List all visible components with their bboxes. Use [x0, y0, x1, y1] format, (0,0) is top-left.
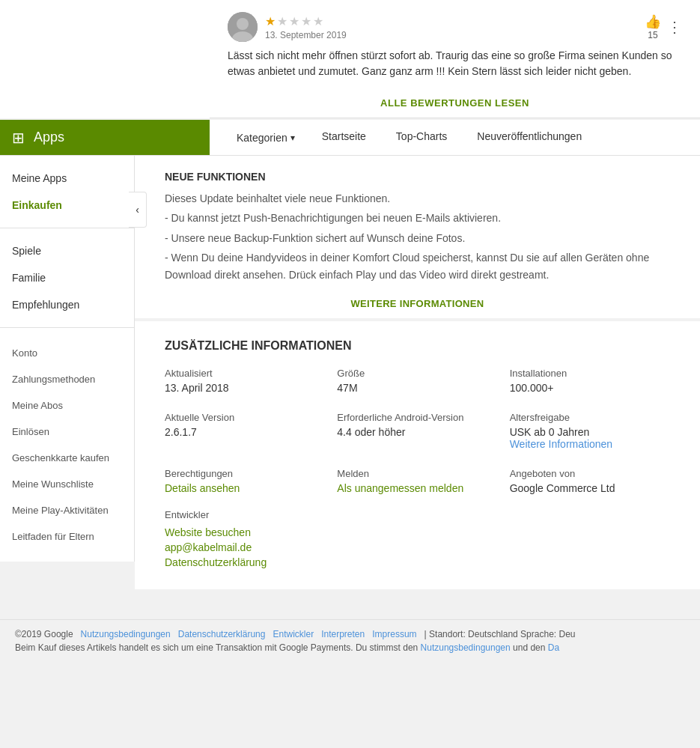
groesse-value: 47M — [337, 382, 497, 394]
entwickler-label: Entwickler — [165, 509, 670, 520]
neue-funktionen-title: NEUE FUNKTIONEN — [165, 171, 670, 183]
sidebar-collapse-button[interactable]: ‹ — [129, 192, 147, 228]
info-berechtigungen: Berechtigungen Details ansehen — [165, 468, 325, 494]
navbar-right: Kategorien ▾ Startseite Top-Charts Neuve… — [210, 120, 700, 155]
main-content: NEUE FUNKTIONEN Dieses Update beinhaltet… — [135, 156, 700, 589]
info-version: Aktuelle Version 2.6.1.7 — [165, 412, 325, 450]
footer-line2-link1[interactable]: Nutzungsbedingungen — [421, 642, 511, 653]
groesse-label: Größe — [337, 368, 497, 379]
footer-copyright: ©2019 Google — [15, 629, 73, 639]
review-meta: ★ ★ ★ ★ ★ 13. September 2019 — [265, 14, 637, 40]
sidebar-item-meine-abos[interactable]: Meine Abos — [0, 392, 134, 419]
neue-funktionen-text2: - Du kannst jetzt Push-Benachrichtigunge… — [165, 210, 670, 226]
melden-label: Melden — [337, 468, 497, 479]
tab-startseite-label: Startseite — [322, 130, 366, 142]
avatar — [228, 12, 258, 42]
sidebar-section-bottom: Konto Zahlungsmethoden Meine Abos Einlös… — [0, 334, 134, 556]
review-text: Lässt sich nicht mehr öffnen stürzt sofo… — [228, 48, 682, 79]
melden-link[interactable]: Als unangemessen melden — [337, 482, 497, 494]
sidebar-item-spiele[interactable]: Spiele — [0, 237, 134, 264]
review-header: ★ ★ ★ ★ ★ 13. September 2019 👍 15 ⋮ — [228, 12, 682, 42]
more-options-icon[interactable]: ⋮ — [667, 18, 682, 36]
sidebar-item-einloesen[interactable]: Einlösen — [0, 419, 134, 445]
read-all-reviews-link[interactable]: ALLE BEWERTUNGEN LESEN — [228, 88, 682, 118]
footer-link-interpreten[interactable]: Interpreten — [321, 629, 365, 639]
navbar: ⊞ Apps Kategorien ▾ Startseite Top-Chart… — [0, 120, 700, 156]
thumbs-up-icon: 👍 — [645, 13, 661, 30]
datenschutz-link[interactable]: Datenschutzerklärung — [165, 556, 670, 568]
sidebar-item-play-aktivitaeten[interactable]: Meine Play-Aktivitäten — [0, 497, 134, 523]
sidebar-divider-2 — [0, 327, 134, 328]
chevron-left-icon: ‹ — [136, 204, 139, 216]
footer-line1: ©2019 Google Nutzungsbedingungen Datensc… — [15, 629, 685, 639]
review-section: ★ ★ ★ ★ ★ 13. September 2019 👍 15 ⋮ Läss… — [0, 0, 700, 118]
sidebar-item-wunschliste[interactable]: Meine Wunschliste — [0, 471, 134, 497]
tab-startseite[interactable]: Startseite — [307, 120, 381, 155]
thumbs-count: 15 — [648, 30, 657, 40]
angeboten-value: Google Commerce Ltd — [510, 482, 670, 494]
weitere-informationen-link[interactable]: WEITERE INFORMATIONEN — [135, 286, 700, 318]
zusatz-section: ZUSÄTZLICHE INFORMATIONEN Aktualisiert 1… — [135, 321, 700, 589]
star-2: ★ — [277, 14, 287, 28]
sidebar-item-leitfaden[interactable]: Leitfaden für Eltern — [0, 523, 134, 550]
sidebar-item-empfehlungen[interactable]: Empfehlungen — [0, 291, 134, 318]
apps-label: Apps — [34, 130, 64, 145]
sidebar-item-my-apps[interactable]: Meine Apps — [0, 165, 134, 192]
zusatz-block: ZUSÄTZLICHE INFORMATIONEN Aktualisiert 1… — [135, 321, 700, 589]
footer-link-nutzungsbedingungen[interactable]: Nutzungsbedingungen — [81, 629, 171, 639]
categories-dropdown[interactable]: Kategorien ▾ — [225, 120, 307, 155]
version-value: 2.6.1.7 — [165, 426, 325, 438]
android-value: 4.4 oder höher — [337, 426, 497, 438]
star-rating: ★ ★ ★ ★ ★ — [265, 14, 637, 28]
thumbs-up-button[interactable]: 👍 15 — [645, 13, 661, 40]
star-4: ★ — [301, 14, 311, 28]
neue-funktionen-section: NEUE FUNKTIONEN Dieses Update beinhaltet… — [135, 156, 700, 318]
sidebar-item-shopping[interactable]: Einkaufen — [0, 192, 134, 219]
sidebar-item-familie[interactable]: Familie — [0, 264, 134, 291]
footer: ©2019 Google Nutzungsbedingungen Datensc… — [0, 619, 700, 662]
sidebar-item-zahlungsmethoden[interactable]: Zahlungsmethoden — [0, 366, 134, 392]
zusatz-title: ZUSÄTZLICHE INFORMATIONEN — [165, 339, 670, 353]
berechtigungen-link[interactable]: Details ansehen — [165, 482, 325, 494]
info-melden: Melden Als unangemessen melden — [337, 468, 497, 494]
neue-funktionen-text4: - Wenn Du deine Handyvideos in deiner Ko… — [165, 249, 670, 283]
alters-label: Altersfreigabe — [510, 412, 670, 423]
info-grid: Aktualisiert 13. April 2018 Größe 47M In… — [165, 368, 670, 494]
content-area: Meine Apps Einkaufen Spiele Familie Empf… — [0, 156, 700, 589]
tab-top-charts-label: Top-Charts — [396, 130, 447, 142]
developer-section: Entwickler Website besuchen app@kabelmai… — [165, 509, 670, 568]
navbar-brand: ⊞ Apps — [0, 120, 210, 155]
android-label: Erforderliche Android-Version — [337, 412, 497, 423]
website-link[interactable]: Website besuchen — [165, 526, 670, 538]
footer-line2-link2[interactable]: Da — [548, 642, 559, 653]
footer-line2-text: Beim Kauf dieses Artikels handelt es sic… — [15, 642, 421, 653]
svg-point-1 — [237, 18, 249, 30]
neue-funktionen-block: NEUE FUNKTIONEN Dieses Update beinhaltet… — [135, 156, 700, 283]
info-aktualisiert: Aktualisiert 13. April 2018 — [165, 368, 325, 394]
tab-neuveroeffentlichungen-label: Neuveröffentlichungen — [477, 130, 582, 142]
version-label: Aktuelle Version — [165, 412, 325, 423]
sidebar-item-geschenkkarte[interactable]: Geschenkkarte kaufen — [0, 445, 134, 471]
sidebar-divider-1 — [0, 228, 134, 228]
review-date: 13. September 2019 — [265, 30, 637, 40]
sidebar-wrapper: Meine Apps Einkaufen Spiele Familie Empf… — [0, 156, 135, 589]
berechtigungen-label: Berechtigungen — [165, 468, 325, 479]
email-link[interactable]: app@kabelmail.de — [165, 541, 670, 553]
installationen-label: Installationen — [510, 368, 670, 379]
sidebar: Meine Apps Einkaufen Spiele Familie Empf… — [0, 156, 135, 562]
sidebar-section-categories: Spiele Familie Empfehlungen — [0, 234, 134, 321]
footer-link-datenschutz[interactable]: Datenschutzerklärung — [178, 629, 266, 639]
info-installationen: Installationen 100.000+ — [510, 368, 670, 394]
review-actions: 👍 15 ⋮ — [645, 13, 682, 40]
tab-top-charts[interactable]: Top-Charts — [381, 120, 462, 155]
alters-link[interactable]: Weitere Informationen — [510, 438, 670, 450]
footer-link-entwickler[interactable]: Entwickler — [273, 629, 314, 639]
star-3: ★ — [289, 14, 299, 28]
tab-neuveroeffentlichungen[interactable]: Neuveröffentlichungen — [462, 120, 597, 155]
footer-line2: Beim Kauf dieses Artikels handelt es sic… — [15, 642, 685, 653]
aktualisiert-value: 13. April 2018 — [165, 382, 325, 394]
footer-link-impressum[interactable]: Impressum — [372, 629, 416, 639]
star-5: ★ — [313, 14, 323, 28]
info-angeboten: Angeboten von Google Commerce Ltd — [510, 468, 670, 494]
sidebar-item-konto[interactable]: Konto — [0, 340, 134, 366]
